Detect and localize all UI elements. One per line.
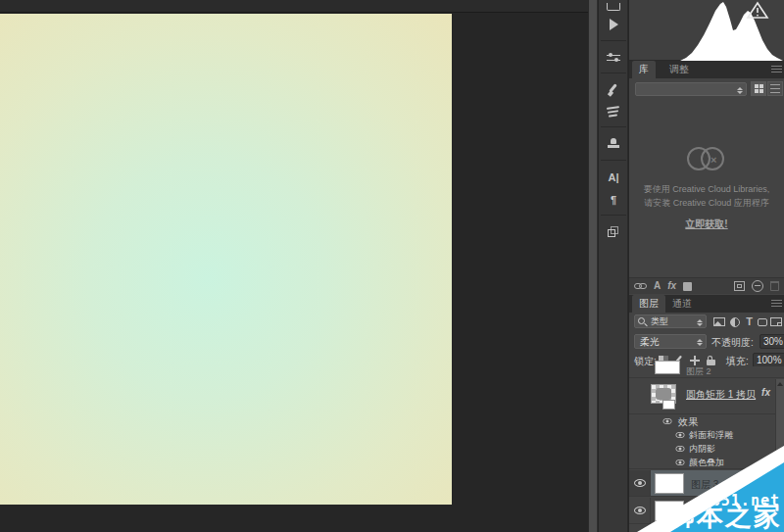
creative-cloud-message: × 要使用 Creative Cloud Libraries, 请安装 Crea…	[629, 147, 784, 210]
clone-source-panel-icon[interactable]	[599, 134, 628, 154]
opacity-field[interactable]: 30%	[760, 334, 784, 349]
add-character-style-icon[interactable]: A	[654, 281, 661, 291]
creative-cloud-icon: ×	[685, 147, 728, 172]
visibility-eye-icon[interactable]	[676, 432, 685, 438]
document-top-bar	[0, 0, 588, 13]
document-area	[0, 0, 588, 532]
libraries-tab-bar: 库 调整	[629, 61, 784, 78]
3d-panel-icon[interactable]	[599, 222, 628, 242]
actions-panel-icon[interactable]	[599, 15, 628, 34]
layers-tab-bar: 图层 通道	[629, 295, 784, 313]
tab-channels[interactable]: 通道	[665, 295, 699, 313]
adjustments-panel-icon[interactable]	[599, 48, 628, 68]
filter-pixel-layers-icon[interactable]	[711, 315, 726, 328]
vector-mask-thumbnail[interactable]	[662, 400, 675, 410]
fx-badge[interactable]: fx	[761, 387, 770, 398]
photoshop-window: A| ¶ 库 调整 ×	[0, 0, 784, 532]
panel-menu-icon[interactable]	[771, 66, 782, 73]
layer-row-layer3-selected[interactable]: 图层 3	[629, 470, 784, 497]
fill-field[interactable]: 100%	[753, 353, 784, 367]
grid-view-button[interactable]	[751, 81, 766, 96]
filter-shape-layers-icon[interactable]	[755, 315, 769, 328]
effect-name[interactable]: 颜色叠加	[689, 457, 724, 469]
filter-type-dropdown[interactable]: 类型	[634, 314, 707, 328]
layer-row-bottom[interactable]	[629, 498, 784, 524]
new-library-icon[interactable]	[734, 281, 745, 291]
link-icon[interactable]	[634, 282, 647, 290]
visibility-eye-icon[interactable]	[676, 446, 685, 452]
layer-name[interactable]: 圆角矩形 1 拷贝	[686, 388, 756, 402]
panel-dock: A| ¶	[599, 0, 628, 532]
document-vertical-scrollbar[interactable]	[588, 0, 598, 532]
layer-name[interactable]: 图层 2	[686, 365, 711, 378]
effects-label[interactable]: 效果	[678, 415, 698, 429]
chevron-updown-icon	[736, 86, 743, 94]
filter-smart-objects-icon[interactable]	[768, 315, 783, 328]
delete-icon[interactable]	[770, 281, 779, 291]
blend-mode-dropdown[interactable]: 柔光	[634, 334, 707, 349]
right-panel-column: 库 调整 × 要使用 Creative Cloud Libraries, 请安装…	[629, 0, 784, 532]
chevron-updown-icon	[696, 338, 703, 346]
layers-list: 图层 2 圆角矩形 1 拷贝 fx 效果 斜面和浮雕 内阴影	[629, 370, 784, 532]
layer-row-rounded-rect-copy[interactable]: 圆角矩形 1 拷贝 fx	[629, 379, 784, 414]
histogram-panel	[629, 0, 784, 61]
layer-thumbnail[interactable]	[655, 361, 680, 374]
cc-message-line1: 要使用 Creative Cloud Libraries,	[629, 182, 784, 196]
add-fill-color-icon[interactable]	[683, 282, 692, 291]
cc-message-line2: 请安装 Creative Cloud 应用程序	[629, 196, 784, 210]
tab-layers[interactable]: 图层	[632, 295, 665, 313]
opacity-label: 不透明度:	[711, 336, 754, 350]
effects-header-row[interactable]: 效果	[629, 414, 784, 428]
list-view-button[interactable]	[767, 81, 783, 96]
sync-icon[interactable]	[752, 280, 763, 292]
brush-panel-icon[interactable]	[599, 80, 628, 100]
filter-adjustment-layers-icon[interactable]	[727, 315, 742, 328]
effect-row-color-overlay[interactable]: 颜色叠加	[629, 456, 784, 469]
list-view-icon	[770, 84, 780, 93]
layer-thumbnail[interactable]	[655, 501, 684, 521]
library-filter-dropdown[interactable]	[635, 82, 747, 96]
search-icon	[638, 317, 645, 324]
layer-row-clipped[interactable]: 图层 2	[629, 366, 784, 378]
grid-view-icon	[755, 84, 763, 93]
libraries-bottom-bar: A fx	[629, 277, 784, 294]
effect-name[interactable]: 斜面和浮雕	[689, 429, 733, 442]
visibility-eye-icon[interactable]	[663, 418, 672, 424]
layer-thumbnail[interactable]	[655, 473, 684, 494]
visibility-cell[interactable]	[629, 498, 651, 523]
effect-row-inner-shadow[interactable]: 内阴影	[629, 442, 784, 456]
visibility-eye-icon[interactable]	[634, 507, 646, 514]
tab-adjustments[interactable]: 调整	[662, 61, 696, 78]
blend-mode-row: 柔光 不透明度: 30%	[629, 333, 784, 351]
add-layer-style-icon[interactable]: fx	[667, 281, 676, 291]
histogram-chart	[629, 0, 784, 61]
visibility-eye-icon[interactable]	[676, 459, 685, 465]
effect-row-bevel-emboss[interactable]: 斜面和浮雕	[629, 428, 784, 442]
layers-scrollbar[interactable]	[775, 379, 784, 532]
tab-libraries[interactable]: 库	[632, 61, 656, 78]
panel-menu-icon[interactable]	[771, 300, 782, 308]
get-now-link[interactable]: 立即获取!	[629, 218, 784, 231]
effect-name[interactable]: 内阴影	[689, 443, 715, 456]
brush-presets-panel-icon[interactable]	[599, 102, 628, 121]
visibility-eye-icon[interactable]	[634, 479, 646, 487]
paragraph-panel-icon[interactable]: ¶	[599, 190, 628, 210]
chevron-updown-icon	[696, 318, 703, 326]
visibility-cell[interactable]	[629, 470, 651, 496]
layer-name[interactable]: 图层 3	[691, 478, 718, 492]
layer-filter-row: 类型 T	[629, 313, 784, 331]
character-panel-icon[interactable]: A|	[599, 168, 628, 187]
canvas-artboard[interactable]	[0, 14, 452, 505]
